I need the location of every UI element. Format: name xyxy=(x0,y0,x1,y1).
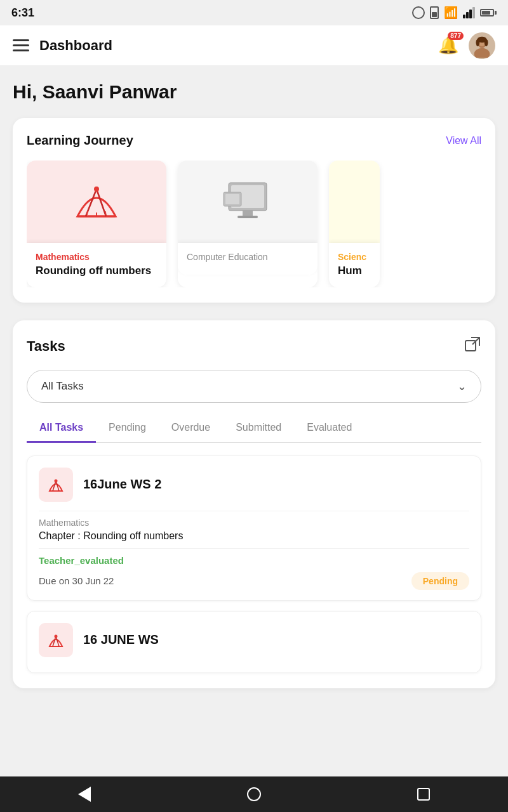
tab-submitted[interactable]: Submitted xyxy=(223,416,294,443)
task-item-1[interactable]: 16June WS 2 Mathematics Chapter : Roundi… xyxy=(27,455,481,601)
notification-dot-icon xyxy=(412,6,425,19)
card-chapter-math: Rounding off numbers xyxy=(36,265,157,277)
chevron-down-icon: ⌄ xyxy=(457,379,467,393)
svg-point-29 xyxy=(55,634,58,638)
recents-icon xyxy=(417,788,430,801)
card-image-comp xyxy=(178,160,318,243)
wifi-icon: 📶 xyxy=(444,6,458,20)
tasks-section: Tasks All Tasks ⌄ All Tasks Pending Over… xyxy=(13,320,495,688)
top-nav: Dashboard 🔔 877 xyxy=(0,25,508,66)
task-name-2: 16 JUNE WS xyxy=(83,632,159,647)
card-subject-sci: Scienc xyxy=(338,252,371,262)
tab-evaluated[interactable]: Evaluated xyxy=(294,416,364,443)
battery-icon xyxy=(480,9,497,16)
page-content: Hi, Saanvi Panwar Learning Journey View … xyxy=(0,66,508,704)
status-icons: 📶 xyxy=(412,6,497,20)
external-link-button[interactable] xyxy=(464,336,481,357)
task-divider-2 xyxy=(39,548,469,549)
page-title: Dashboard xyxy=(39,37,112,54)
learning-journey-section: Learning Journey View All xyxy=(13,118,495,303)
bell-button[interactable]: 🔔 877 xyxy=(438,36,458,55)
status-time: 6:31 xyxy=(11,6,34,20)
task-divider-1 xyxy=(39,511,469,511)
greeting-text: Hi, Saanvi Panwar xyxy=(13,81,495,103)
svg-line-9 xyxy=(97,189,106,216)
section-header: Learning Journey View All xyxy=(27,133,481,148)
task-teacher-status-1: Teacher_evaluated xyxy=(39,555,469,566)
notification-badge: 877 xyxy=(448,32,464,40)
task-chapter-1: Chapter : Rounding off numbers xyxy=(39,530,469,542)
user-avatar[interactable] xyxy=(469,32,495,59)
signal-icon xyxy=(463,7,475,18)
tasks-filter-dropdown[interactable]: All Tasks ⌄ xyxy=(27,370,481,403)
card-subject-math: Mathematics xyxy=(36,252,157,262)
learning-journey-title: Learning Journey xyxy=(27,133,133,148)
nav-left: Dashboard xyxy=(13,37,112,54)
svg-rect-19 xyxy=(225,194,239,204)
sim-icon xyxy=(430,6,439,19)
tasks-title: Tasks xyxy=(27,338,65,355)
task-footer-1: Due on 30 Jun 22 Pending xyxy=(39,572,469,590)
task-item-2[interactable]: 16 JUNE WS xyxy=(27,611,481,673)
tab-pending[interactable]: Pending xyxy=(96,416,159,443)
recents-button[interactable] xyxy=(411,782,436,807)
card-chapter-sci: Hum xyxy=(338,265,371,277)
card-info-comp: Computer Education xyxy=(178,243,318,275)
card-info-math: Mathematics Rounding off numbers xyxy=(27,243,166,287)
svg-line-13 xyxy=(105,211,106,215)
back-icon xyxy=(78,787,91,802)
task-item-header-2: 16 JUNE WS xyxy=(39,623,469,657)
view-all-button[interactable]: View All xyxy=(446,135,481,147)
task-icon-1 xyxy=(39,468,73,502)
svg-point-25 xyxy=(55,479,58,482)
status-bar: 6:31 📶 xyxy=(0,0,508,25)
card-image-sci xyxy=(329,160,380,243)
bottom-nav xyxy=(0,776,508,812)
menu-button[interactable] xyxy=(13,39,29,51)
tab-overdue[interactable]: Overdue xyxy=(159,416,223,443)
card-subject-comp: Computer Education xyxy=(187,252,309,262)
learning-card-comp[interactable]: Computer Education xyxy=(178,160,318,287)
nav-right: 🔔 877 xyxy=(438,32,495,59)
svg-line-12 xyxy=(87,211,88,215)
home-button[interactable] xyxy=(241,782,267,807)
task-icon-2 xyxy=(39,623,73,657)
home-icon xyxy=(247,787,261,801)
card-info-sci: Scienc Hum xyxy=(329,243,380,287)
task-due-1: Due on 30 Jun 22 xyxy=(39,575,114,586)
task-name-1: 16June WS 2 xyxy=(83,477,161,492)
task-tabs: All Tasks Pending Overdue Submitted Eval… xyxy=(27,416,481,443)
learning-card-math[interactable]: Mathematics Rounding off numbers xyxy=(27,160,166,287)
svg-point-5 xyxy=(476,39,480,46)
learning-card-sci[interactable]: Scienc Hum xyxy=(329,160,380,287)
tab-all-tasks[interactable]: All Tasks xyxy=(27,416,96,443)
card-image-math xyxy=(27,160,166,243)
svg-point-6 xyxy=(485,39,488,46)
status-badge-1: Pending xyxy=(411,572,469,590)
task-subject-label-1: Mathematics xyxy=(39,518,469,528)
learning-cards-container: Mathematics Rounding off numbers xyxy=(27,160,481,287)
back-button[interactable] xyxy=(72,782,97,807)
svg-point-10 xyxy=(94,187,99,192)
tasks-header: Tasks xyxy=(27,336,481,357)
svg-rect-17 xyxy=(237,216,258,218)
task-item-header-1: 16June WS 2 xyxy=(39,468,469,502)
svg-rect-16 xyxy=(243,211,253,216)
dropdown-label: All Tasks xyxy=(41,380,84,393)
